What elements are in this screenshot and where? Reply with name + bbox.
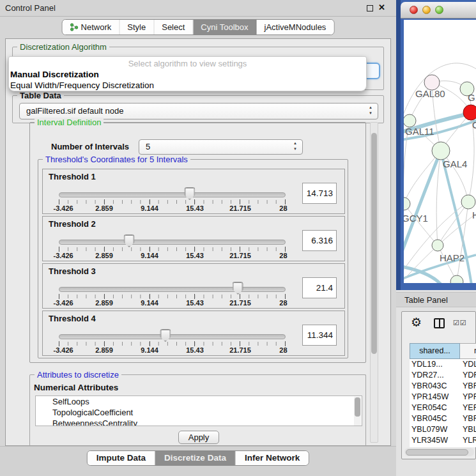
combobox-spinner-icon: ▲ ▼ — [369, 105, 372, 116]
panel-scrollbar[interactable] — [370, 122, 378, 443]
interval-definition-group: Interval Definition Number of Intervals … — [29, 122, 366, 363]
close-icon[interactable]: ✕ — [378, 3, 385, 12]
top-tab-bar: Network Style Select Cyni Toolbox jActiv… — [62, 19, 335, 35]
list-scrollbar[interactable] — [354, 397, 361, 426]
control-panel-titlebar: Control Panel ✕ — [0, 0, 396, 17]
minimize-traffic-light-icon[interactable] — [422, 6, 431, 14]
bottom-strip: Impute Data Discretize Data Infer Networ… — [0, 446, 396, 476]
column-header-name[interactable]: na — [460, 343, 476, 359]
tab-discretize-data[interactable]: Discretize Data — [155, 451, 236, 465]
slider-tick-labels: -3.426 2.859 9.144 15.43 21.715 28 — [59, 204, 286, 212]
network-canvas[interactable]: GAL80 G. C GAL11 GAL4 GCY1 H HAP2 — [404, 20, 476, 283]
tab-network[interactable]: Network — [63, 20, 120, 35]
scrollbar-thumb[interactable] — [371, 133, 377, 354]
node-gal11[interactable] — [404, 114, 416, 127]
zoom-traffic-light-icon[interactable] — [435, 6, 443, 14]
slider-handle[interactable] — [160, 329, 171, 342]
attributes-group-title: Attributes to discretize — [35, 370, 121, 380]
slider-tick-labels: -3.426 2.859 9.144 15.43 21.715 28 — [59, 346, 286, 354]
node-label: G. — [468, 92, 476, 103]
thresholds-group-title: Threshold's Coordinates for 5 Intervals — [43, 155, 190, 164]
node-label: HAP2 — [440, 252, 464, 263]
close-traffic-light-icon[interactable] — [410, 6, 418, 14]
apply-button[interactable]: Apply — [178, 431, 219, 444]
slider-tick-labels: -3.426 2.859 9.144 15.43 21.715 28 — [59, 299, 286, 307]
algorithm-option-manual[interactable]: Manual Discretization — [10, 70, 99, 79]
slider-ticks — [59, 200, 286, 204]
list-item[interactable]: TopologicalCoefficient — [36, 407, 362, 418]
table-data-title: Table Data — [17, 91, 64, 100]
node-red-selected[interactable] — [463, 105, 476, 120]
node-gal4[interactable] — [432, 142, 450, 160]
table-horizontal-scrollbar[interactable] — [404, 448, 474, 456]
threshold-value-field[interactable]: 14.713 — [302, 183, 337, 204]
table-row[interactable]: YLR345WYLR3 — [410, 435, 476, 446]
window-edge — [396, 0, 401, 290]
threshold-row-2: Threshold 2 -3.426 2.859 9.144 15.43 21.… — [42, 216, 345, 261]
node-h[interactable] — [461, 195, 475, 209]
table-panel: ⚙ ☑☑ shared... na YDL19...YDL1 YDR27...Y… — [401, 311, 476, 459]
columns-icon[interactable] — [434, 318, 445, 328]
slider-ticks — [59, 247, 286, 251]
table-row[interactable]: YBR043CYBR0 — [410, 381, 476, 392]
interval-definition-title: Interval Definition — [35, 118, 104, 127]
node-label: GAL11 — [405, 126, 434, 137]
float-window-icon[interactable] — [367, 5, 373, 12]
table-row[interactable]: YDR27...YDR2 — [410, 370, 476, 381]
scrollbar-thumb[interactable] — [406, 449, 468, 456]
node-gcy1[interactable] — [404, 197, 410, 210]
threshold-row-3: Threshold 3 -3.426 2.859 9.144 15.43 21.… — [42, 263, 345, 309]
checkbox-icons[interactable]: ☑☑ — [453, 319, 467, 327]
gear-icon[interactable]: ⚙ — [411, 315, 422, 330]
numerical-attributes-list[interactable]: SelfLoops TopologicalCoefficient Between… — [35, 395, 362, 426]
slider-handle[interactable] — [184, 187, 195, 200]
list-item[interactable]: BetweennessCentrality — [36, 418, 362, 426]
panel-title: Control Panel — [5, 3, 56, 13]
column-header-shared[interactable]: shared... — [410, 343, 460, 359]
network-graph: GAL80 G. C GAL11 GAL4 GCY1 H HAP2 — [404, 20, 476, 283]
threshold-value-field[interactable]: 11.344 — [302, 325, 337, 346]
control-panel: Control Panel ✕ Network Style Select Cyn… — [0, 0, 396, 476]
node-label: GAL4 — [443, 158, 467, 169]
threshold-value-field[interactable]: 21.4 — [302, 277, 337, 298]
tab-impute-data[interactable]: Impute Data — [88, 451, 155, 465]
bottom-tab-bar: Impute Data Discretize Data Infer Networ… — [87, 450, 309, 466]
network-icon — [70, 23, 79, 31]
tab-infer-network[interactable]: Infer Network — [236, 451, 309, 465]
num-intervals-combobox[interactable]: 5 ▲ ▼ — [139, 139, 303, 155]
list-item[interactable]: SelfLoops — [36, 396, 362, 407]
cyni-toolbox-panel: Discretization Algorithm Select algorith… — [5, 38, 391, 446]
table-panel-bar: Table Panel — [396, 292, 476, 307]
table-row[interactable]: YBL079WYBL0 — [410, 424, 476, 435]
algorithm-placeholder-option[interactable]: Select algorithm to view settings — [9, 59, 366, 68]
table-row[interactable]: YER054CYER0 — [410, 403, 476, 413]
algorithm-option-equal-width[interactable]: Equal Width/Frequency Discretization — [10, 81, 154, 90]
node-label: GCY1 — [404, 213, 428, 224]
node-label: H — [472, 210, 476, 220]
numerical-attributes-label: Numerical Attributes — [34, 383, 118, 392]
table-row[interactable]: YPR145WYPR1 — [410, 392, 476, 403]
threshold-value-field[interactable]: 6.316 — [302, 230, 337, 251]
table-row[interactable]: YBR045CYBR0 — [410, 413, 476, 424]
slider-ticks — [59, 295, 286, 298]
tab-select[interactable]: Select — [154, 20, 193, 35]
threshold-row-1: Threshold 1 -3.426 2.859 9.144 15.43 21.… — [42, 169, 345, 214]
tab-cyni-toolbox[interactable]: Cyni Toolbox — [193, 20, 256, 35]
table-body[interactable]: YDL19...YDL1 YDR27...YDR2 YBR043CYBR0 YP… — [410, 359, 476, 447]
network-window-titlebar[interactable] — [401, 2, 476, 19]
combobox-spinner-icon: ▲ ▼ — [293, 141, 297, 152]
node-bottom[interactable] — [450, 275, 463, 283]
right-column: GAL80 G. C GAL11 GAL4 GCY1 H HAP2 Table … — [396, 0, 476, 476]
slider-handle[interactable] — [124, 234, 135, 247]
slider-handle[interactable] — [233, 282, 243, 295]
table-row[interactable]: YIL052CYIL0 — [410, 446, 476, 447]
table-row[interactable]: YDL19...YDL1 — [410, 359, 476, 370]
tab-style[interactable]: Style — [119, 20, 154, 35]
table-header-row: shared... na — [410, 343, 476, 359]
node-label: GAL80 — [415, 88, 445, 99]
node-hap2[interactable] — [432, 240, 443, 251]
discretization-algorithm-title: Discretization Algorithm — [17, 42, 109, 52]
table-panel-title: Table Panel — [404, 295, 448, 305]
tab-jactivemnodules[interactable]: jActiveMNodules — [257, 20, 334, 35]
threshold-row-4: Threshold 4 -3.426 2.859 9.144 15.43 21.… — [42, 311, 345, 356]
